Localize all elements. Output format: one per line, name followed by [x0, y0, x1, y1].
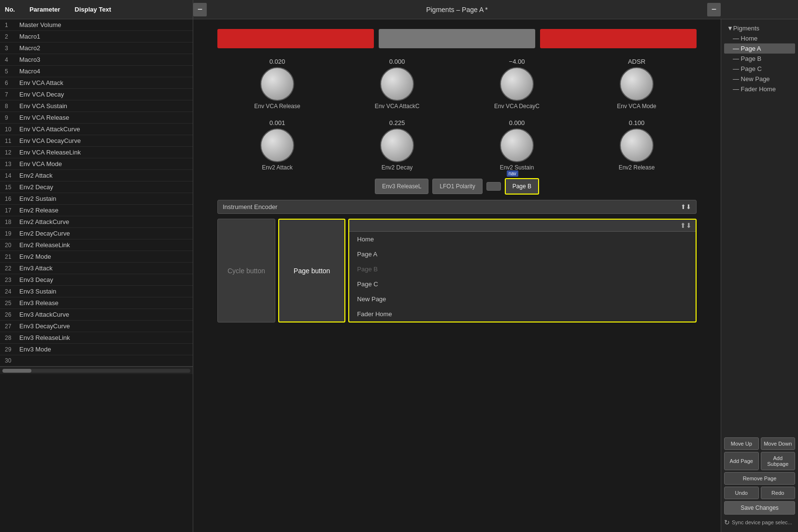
param-row[interactable]: 14Env2 Attack [0, 170, 193, 182]
move-down-button[interactable]: Move Down [761, 437, 796, 450]
knob-item[interactable]: 0.001 Env2 Attack [243, 119, 311, 171]
param-row[interactable]: 13Env VCA Mode [0, 158, 193, 170]
param-row[interactable]: 27Env3 DecayCurve [0, 321, 193, 332]
param-row[interactable]: 9Env VCA Release [0, 112, 193, 124]
param-row[interactable]: 29Env3 Mode [0, 344, 193, 355]
page-select-item[interactable]: Fader Home [349, 307, 696, 322]
page-select-item[interactable]: Page A [349, 247, 696, 262]
add-subpage-button[interactable]: Add Subpage [761, 452, 796, 470]
param-row[interactable]: 19Env2 DecayCurve [0, 228, 193, 239]
save-changes-button[interactable]: Save Changes [724, 501, 795, 515]
minus-button-right[interactable]: − [707, 3, 721, 16]
param-row[interactable]: 4Macro3 [0, 54, 193, 66]
tree-item[interactable]: — Fader Home [724, 84, 795, 94]
page-select-item[interactable]: Home [349, 232, 696, 247]
tree-item[interactable]: — New Page [724, 74, 795, 84]
knob-item[interactable]: 0.000 Env2 Sustain [483, 119, 551, 171]
page-select-header[interactable]: ⬆⬇ [349, 220, 696, 232]
minus-button-left[interactable]: − [193, 3, 207, 16]
knob-circle[interactable] [380, 67, 414, 101]
param-row[interactable]: 18Env2 AttackCurve [0, 216, 193, 228]
knob-item[interactable]: 0.020 Env VCA Release [243, 58, 311, 110]
top-button-gray[interactable] [379, 29, 535, 48]
tree-item[interactable]: — Page A [724, 43, 795, 54]
knob-label: Env2 Release [619, 164, 655, 171]
param-row[interactable]: 22Env3 Attack [0, 263, 193, 274]
param-row[interactable]: 24Env3 Sustain [0, 286, 193, 297]
param-row[interactable]: 15Env2 Decay [0, 182, 193, 193]
param-row[interactable]: 28Env3 ReleaseLink [0, 332, 193, 344]
undo-button[interactable]: Undo [724, 487, 759, 499]
knob-circle[interactable] [500, 67, 534, 101]
redo-button[interactable]: Redo [761, 487, 796, 499]
param-row[interactable]: 30 [0, 355, 193, 366]
param-no: 18 [5, 219, 19, 225]
top-button-red-left[interactable] [217, 29, 374, 48]
param-row[interactable]: 23Env3 Decay [0, 274, 193, 286]
knob-item[interactable]: 0.100 Env2 Release [603, 119, 670, 171]
param-name: Macro3 [19, 56, 188, 63]
param-name: Env VCA DecayCurve [19, 137, 188, 144]
param-name: Env VCA Sustain [19, 102, 188, 110]
tree-root-label: ▼Pigments [727, 25, 759, 32]
tree-item[interactable]: — Page C [724, 64, 795, 74]
move-up-button[interactable]: Move Up [724, 437, 759, 450]
param-no: 30 [5, 357, 19, 364]
knob-circle[interactable] [620, 128, 654, 162]
knob-item[interactable]: 0.225 Env2 Decay [363, 119, 431, 171]
param-row[interactable]: 8Env VCA Sustain [0, 100, 193, 112]
knob-circle[interactable] [380, 128, 414, 162]
encoder-dropdown[interactable]: Instrument Encoder ⬆⬇ [217, 200, 697, 214]
knob-circle[interactable] [620, 67, 654, 101]
param-name: Env VCA Attack [19, 79, 188, 86]
add-page-button[interactable]: Add Page [724, 452, 759, 470]
nav-button-3[interactable]: navPage B [505, 178, 539, 195]
page-button[interactable]: Page button [278, 219, 346, 322]
nav-buttons-row: Env3 ReleaseLLFO1 PolaritynavPage B [198, 176, 716, 197]
param-row[interactable]: 20Env2 ReleaseLink [0, 239, 193, 251]
knob-circle[interactable] [500, 128, 534, 162]
param-name: Env2 Attack [19, 172, 188, 179]
knob-value: 0.000 [389, 58, 405, 65]
param-row[interactable]: 10Env VCA AttackCurve [0, 124, 193, 135]
scroll-thumb [2, 369, 31, 373]
knob-item[interactable]: −4.00 Env VCA DecayC [483, 58, 551, 110]
param-no: 19 [5, 230, 19, 237]
page-title: Pigments – Page A * [426, 6, 488, 14]
tree-item[interactable]: — Page B [724, 54, 795, 64]
tree-item[interactable]: — Home [724, 33, 795, 43]
knob-circle[interactable] [260, 128, 294, 162]
param-name: Env3 ReleaseLink [19, 334, 188, 341]
param-row[interactable]: 12Env VCA ReleaseLink [0, 147, 193, 158]
param-name: Env2 ReleaseLink [19, 241, 188, 249]
nav-button-0[interactable]: Env3 ReleaseL [375, 179, 428, 194]
knob-circle[interactable] [260, 67, 294, 101]
param-row[interactable]: 1Master Volume [0, 19, 193, 31]
param-row[interactable]: 17Env2 Release [0, 205, 193, 216]
remove-page-button[interactable]: Remove Page [724, 472, 795, 485]
knob-item[interactable]: ADSR Env VCA Mode [603, 58, 670, 110]
bottom-scroll[interactable] [0, 366, 193, 374]
top-button-red-right[interactable] [540, 29, 697, 48]
param-row[interactable]: 2Macro1 [0, 31, 193, 42]
param-row[interactable]: 16Env2 Sustain [0, 193, 193, 205]
param-row[interactable]: 21Env2 Mode [0, 251, 193, 263]
tree-root-item[interactable]: ▼Pigments [724, 23, 795, 33]
nav-button-1[interactable]: LFO1 Polarity [432, 179, 482, 194]
param-row[interactable]: 11Env VCA DecayCurve [0, 135, 193, 147]
page-select-item[interactable]: Page C [349, 277, 696, 292]
param-no: 1 [5, 22, 19, 28]
param-row[interactable]: 25Env3 Release [0, 297, 193, 309]
param-name: Env VCA Mode [19, 160, 188, 168]
param-row[interactable]: 3Macro2 [0, 42, 193, 54]
cycle-button[interactable]: Cycle button [217, 219, 275, 322]
page-select-item[interactable]: New Page [349, 292, 696, 307]
param-row[interactable]: 6Env VCA Attack [0, 77, 193, 89]
param-row[interactable]: 7Env VCA Decay [0, 89, 193, 100]
param-name: Macro2 [19, 44, 188, 52]
param-row[interactable]: 5Macro4 [0, 66, 193, 77]
param-row[interactable]: 26Env3 AttackCurve [0, 309, 193, 321]
knob-item[interactable]: 0.000 Env VCA AttackC [363, 58, 431, 110]
param-no: 29 [5, 346, 19, 353]
nav-button-2[interactable] [486, 182, 501, 191]
